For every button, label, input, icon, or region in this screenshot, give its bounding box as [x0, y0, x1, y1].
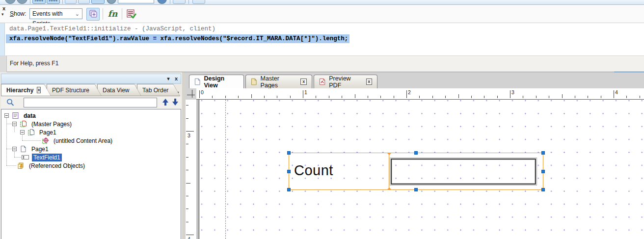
- master-page-icon: [251, 78, 257, 85]
- resize-handle-se[interactable]: [541, 188, 545, 191]
- vertical-ruler[interactable]: 34: [186, 100, 196, 239]
- script-editor-toolbar: x ▾ Show: Events with Scripts ⌄ fn: [0, 5, 644, 23]
- preview-icon[interactable]: [91, 0, 105, 4]
- page-surface[interactable]: Count: [199, 100, 644, 239]
- tab-tab-order[interactable]: Tab Order: [137, 84, 180, 96]
- hierarchy-tree: data (Master Pages) Page1: [1, 109, 181, 239]
- close-icon[interactable]: x: [300, 79, 307, 85]
- ruler-tick: [186, 183, 190, 184]
- palette-close-button[interactable]: x: [173, 76, 180, 81]
- textfield-object[interactable]: Count: [289, 153, 543, 190]
- resize-handle-sw[interactable]: [287, 188, 291, 191]
- resize-handle-e[interactable]: [541, 170, 545, 173]
- livecycle-designer-window: x ▾ Show: Events with Scripts ⌄ fn: [0, 0, 644, 239]
- show-events-for-child-objects-icon[interactable]: [86, 8, 100, 21]
- check-script-syntax-icon[interactable]: [125, 8, 138, 21]
- script-event-header[interactable]: data.Page1.TextField1::initialize - (Jav…: [9, 26, 215, 32]
- collapse-icon[interactable]: [20, 130, 25, 134]
- tab-pdf-structure[interactable]: PDF Structure: [47, 84, 102, 96]
- tab-master-pages[interactable]: Master Pages x: [245, 75, 312, 88]
- find-previous-button[interactable]: [162, 98, 169, 106]
- ruler-tick: [471, 96, 472, 98]
- status-bar-grip: [0, 56, 7, 72]
- resize-handle-nw[interactable]: [287, 151, 291, 155]
- search-input[interactable]: [24, 98, 157, 107]
- ruler-tick: [484, 96, 484, 98]
- functions-icon[interactable]: fn: [106, 8, 119, 21]
- ruler-tick: [380, 96, 381, 98]
- info-icon[interactable]: [157, 0, 167, 4]
- field-input-box[interactable]: [390, 158, 537, 186]
- page-icon: [20, 145, 27, 153]
- ruler-tick: [186, 170, 188, 170]
- find-next-button[interactable]: [172, 98, 179, 106]
- tab-preview-pdf[interactable]: Preview PDF x: [314, 75, 377, 88]
- resize-handle-s[interactable]: [414, 188, 418, 191]
- ruler-tick: [640, 96, 640, 98]
- tree-item-content-area[interactable]: (untitled Content Area): [1, 136, 181, 145]
- log-icon[interactable]: [173, 0, 186, 4]
- ruler-tick: [186, 131, 194, 132]
- ruler-tick: [225, 96, 226, 98]
- horizontal-ruler[interactable]: 01234: [196, 88, 644, 100]
- divider-bottom-marker: [387, 187, 392, 190]
- ruler-tick: [186, 196, 188, 196]
- script-editor-grip[interactable]: [0, 23, 5, 55]
- tab-data-view[interactable]: Data View: [97, 84, 141, 96]
- undo-icon[interactable]: [5, 0, 16, 4]
- ruler-tick: [394, 96, 394, 98]
- ruler-tick: [355, 94, 355, 98]
- search-row: [1, 96, 181, 109]
- check-icon[interactable]: [192, 0, 205, 4]
- ruler-tick: [186, 209, 188, 209]
- collapse-icon[interactable]: [12, 147, 17, 151]
- ruler-tick: [562, 94, 563, 98]
- close-icon[interactable]: x: [37, 87, 41, 93]
- tab-design-view[interactable]: Design View: [189, 75, 244, 88]
- insert-icon[interactable]: [78, 0, 90, 4]
- ruler-tick: [510, 90, 510, 98]
- snap-to-grid-icon[interactable]: [47, 0, 60, 4]
- show-events-dropdown[interactable]: Events with Scripts ⌄: [29, 8, 82, 19]
- close-icon[interactable]: x: [366, 79, 372, 85]
- ruler-tick: [549, 96, 549, 98]
- form-root-icon: [12, 112, 19, 119]
- palette-menu-button[interactable]: ▾: [165, 76, 172, 82]
- blank-icon[interactable]: [65, 0, 77, 4]
- tree-item-data[interactable]: data: [1, 111, 181, 120]
- tab-hierarchy[interactable]: Hierarchy x: [1, 84, 51, 96]
- master-pages-icon: [20, 120, 27, 128]
- redo-icon[interactable]: [17, 0, 27, 4]
- field-caption: Count: [294, 162, 333, 179]
- ruler-tick: [406, 90, 407, 98]
- collapse-icon[interactable]: [12, 122, 17, 126]
- ruler-number: 3: [511, 89, 514, 95]
- show-grid-icon[interactable]: [32, 0, 46, 4]
- ruler-tick: [186, 157, 188, 158]
- script-editor-menu-button[interactable]: ▾: [1, 12, 4, 17]
- toolbar-separator: [122, 8, 122, 20]
- tree-item-referenced-objects[interactable]: (Referenced Objects): [1, 161, 181, 170]
- script-selected-line[interactable]: xfa.resolveNode("TextField1").rawValue =…: [6, 34, 349, 43]
- zoom-dropdown[interactable]: [118, 0, 154, 3]
- text-field-icon: [22, 154, 29, 161]
- ruler-corner: [186, 88, 196, 100]
- sphere-icon[interactable]: [107, 0, 116, 4]
- ruler-number: 4: [615, 89, 618, 95]
- resize-handle-ne[interactable]: [541, 151, 545, 155]
- show-label: Show:: [10, 10, 26, 17]
- caption-divider-handle[interactable]: [389, 153, 389, 189]
- close-script-editor-button[interactable]: x: [2, 5, 5, 11]
- tree-item-master-page1[interactable]: Page1: [1, 128, 181, 136]
- palette-titlebar[interactable]: ▾ x: [1, 74, 181, 84]
- tree-item-page1[interactable]: Page1: [1, 145, 181, 153]
- resize-handle-n[interactable]: [414, 151, 418, 155]
- script-code-area[interactable]: data.Page1.TextField1::initialize - (Jav…: [0, 23, 644, 55]
- tree-item-master-pages[interactable]: (Master Pages): [1, 120, 181, 128]
- ruler-tick: [536, 96, 537, 98]
- tree-item-textfield1[interactable]: TextField1: [1, 153, 181, 161]
- ruler-tick: [316, 96, 316, 98]
- hierarchy-palette: ▾ x Hierarchy x PDF Structure Data View …: [0, 72, 182, 239]
- collapse-icon[interactable]: [4, 113, 9, 118]
- resize-handle-w[interactable]: [287, 170, 291, 173]
